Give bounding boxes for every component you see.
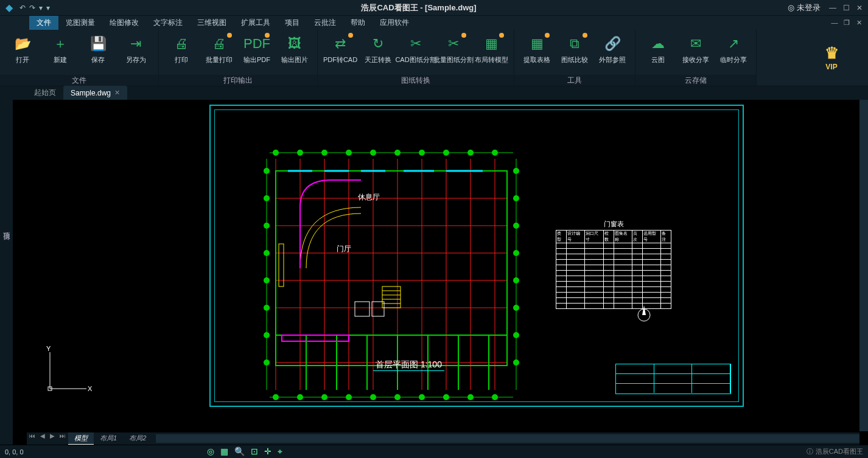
status-tool-1-icon[interactable]: ◎ [207, 446, 214, 457]
menubar: 文件览图测量绘图修改文字标注三维视图扩展工具项目云批注帮助应用软件 — ❐ ✕ [0, 16, 868, 29]
svg-point-75 [513, 223, 519, 229]
ribbon-group-label: 文件 [0, 75, 158, 86]
mdi-close-button[interactable]: ✕ [853, 19, 864, 27]
doc-tab[interactable]: Sample.dwg✕ [63, 86, 127, 100]
menu-item-8[interactable]: 帮助 [343, 16, 373, 30]
close-icon[interactable]: ✕ [114, 89, 120, 97]
xref-button[interactable]: 🔗外部参照 [593, 32, 631, 66]
mdi-minimize-button[interactable]: — [829, 19, 840, 27]
batchprint-icon: 🖨 [209, 34, 229, 54]
tempshare-button[interactable]: ↗临时分享 [715, 32, 752, 66]
model-tab[interactable]: 布局1 [94, 432, 123, 445]
pdf2cad-icon: ⇄ [331, 34, 350, 54]
left-tab-project[interactable]: 项目 [0, 221, 13, 234]
ribbon-btn-label: 打开 [16, 56, 29, 63]
minimize-button[interactable]: — [827, 3, 839, 13]
tab-nav-next[interactable]: ▶ [47, 432, 57, 445]
horizontal-scrollbar[interactable] [156, 434, 859, 443]
badge-icon [545, 33, 550, 38]
svg-text:Y: Y [46, 346, 51, 352]
status-tool-6-icon[interactable]: ⌖ [278, 446, 282, 457]
tab-nav-last[interactable]: ⏭ [57, 432, 68, 445]
menu-item-6[interactable]: 项目 [278, 16, 307, 30]
tab-nav-first[interactable]: ⏮ [27, 432, 38, 445]
ribbon-btn-label: CAD图纸分割 [395, 56, 436, 63]
svg-rect-39 [355, 302, 369, 316]
extracttable-button[interactable]: ▦提取表格 [518, 32, 556, 66]
open-button[interactable]: 📂打开 [4, 32, 41, 66]
tianzheng-button[interactable]: ↻天正转换 [359, 32, 397, 66]
splitcad-button[interactable]: ✂CAD图纸分割 [397, 32, 435, 66]
status-tool-grid-icon[interactable]: ▦ [220, 446, 228, 457]
svg-point-60 [443, 394, 449, 400]
print-button[interactable]: 🖨打印 [163, 32, 200, 66]
status-tool-zoom-icon[interactable]: 🔍 [234, 446, 245, 457]
vip-badge[interactable]: ♛VIP [795, 29, 868, 86]
ribbon-btn-label: 接收分享 [682, 56, 709, 63]
status-tool-4-icon[interactable]: ⊡ [251, 446, 258, 457]
ribbon: 📂打开＋新建💾保存⇥另存为文件🖨打印🖨批量打印PDF输出PDF🖼输出图片打印输出… [0, 29, 868, 86]
close-button[interactable]: ✕ [853, 3, 866, 13]
compare-icon: ⧉ [565, 34, 584, 54]
compare-button[interactable]: ⧉图纸比较 [556, 32, 593, 66]
ribbon-group: 📂打开＋新建💾保存⇥另存为文件 [0, 29, 159, 86]
login-status[interactable]: ◎ 未登录 [788, 2, 821, 13]
menu-item-3[interactable]: 文字标注 [146, 16, 190, 30]
menu-item-7[interactable]: 云批注 [307, 16, 343, 30]
recvshare-icon: ✉ [686, 34, 705, 54]
batchsplit-icon: ✂ [444, 34, 463, 54]
ribbon-group: 🖨打印🖨批量打印PDF输出PDF🖼输出图片打印输出 [159, 29, 318, 86]
ribbon-btn-label: 临时分享 [720, 56, 747, 63]
svg-point-70 [264, 332, 270, 338]
menu-item-4[interactable]: 三维视图 [190, 16, 234, 30]
exportpdf-button[interactable]: PDF输出PDF [238, 32, 276, 66]
statusbar: 0, 0, 0 ◎ ▦ 🔍 ⊡ ✛ ⌖ ⓘ 浩辰CAD看图王 [0, 445, 868, 458]
ucs-icon: X Y [44, 346, 93, 395]
tianzheng-icon: ↻ [368, 34, 388, 54]
svg-point-65 [264, 195, 270, 201]
saveas-icon: ⇥ [126, 34, 145, 54]
mdi-restore-button[interactable]: ❐ [841, 19, 852, 27]
saveas-button[interactable]: ⇥另存为 [117, 32, 155, 66]
qa-redo-icon[interactable]: ↷ [29, 4, 35, 12]
ribbon-group-label: 工具 [514, 75, 635, 86]
recvshare-button[interactable]: ✉接收分享 [677, 32, 715, 66]
save-button[interactable]: 💾保存 [79, 32, 117, 66]
canvas-wrap: 休息厅 门厅 首层平面图 1:100 门窗表 类型设计编号洞口尺寸樘数图集名称页… [13, 100, 868, 445]
open-icon: 📂 [13, 34, 32, 54]
ribbon-btn-label: 图纸比较 [561, 56, 588, 63]
menu-item-1[interactable]: 览图测量 [58, 16, 102, 30]
qa-dd1-icon[interactable]: ▾ [39, 4, 43, 12]
pdf2cad-button[interactable]: ⇄PDF转CAD [321, 32, 359, 66]
menu-item-5[interactable]: 扩展工具 [234, 16, 278, 30]
canvas[interactable]: 休息厅 门厅 首层平面图 1:100 门窗表 类型设计编号洞口尺寸樘数图集名称页… [27, 102, 866, 431]
room-lobby-label: 门厅 [337, 244, 351, 254]
status-tool-snap-icon[interactable]: ✛ [264, 446, 271, 457]
bottom-tabs-row: ⏮ ◀ ▶ ⏭ 模型布局1布局2 [27, 432, 859, 445]
maximize-button[interactable]: ☐ [840, 3, 852, 13]
cloud-button[interactable]: ☁云图 [639, 32, 677, 66]
svg-point-58 [394, 394, 401, 400]
layout2model-button[interactable]: ▦布局转模型 [472, 32, 510, 66]
batchprint-button[interactable]: 🖨批量打印 [200, 32, 238, 66]
menu-item-2[interactable]: 绘图修改 [102, 16, 146, 30]
menu-item-9[interactable]: 应用软件 [373, 16, 416, 30]
qa-undo-icon[interactable]: ↶ [19, 4, 26, 12]
vertical-scrollbar[interactable] [859, 100, 868, 431]
menu-item-0[interactable]: 文件 [29, 16, 58, 30]
exportimg-button[interactable]: 🖼输出图片 [276, 32, 313, 66]
model-tab[interactable]: 模型 [68, 432, 94, 445]
svg-point-54 [297, 394, 303, 400]
ribbon-btn-label: 打印 [175, 56, 188, 63]
new-button[interactable]: ＋新建 [41, 32, 79, 66]
model-tab[interactable]: 布局2 [123, 432, 152, 445]
svg-point-61 [467, 394, 474, 400]
titlebar: ◆ ↶ ↷ ▾ ▾ 浩辰CAD看图王 - [Sample.dwg] ◎ 未登录 … [0, 0, 868, 16]
batchsplit-button[interactable]: ✂批量图纸分割 [435, 32, 472, 66]
tab-nav-prev[interactable]: ◀ [38, 432, 47, 445]
svg-point-46 [370, 150, 376, 156]
doc-tab[interactable]: 起始页 [27, 86, 63, 100]
svg-rect-33 [282, 335, 349, 341]
svg-point-47 [394, 150, 401, 156]
layout2model-icon: ▦ [481, 34, 501, 54]
